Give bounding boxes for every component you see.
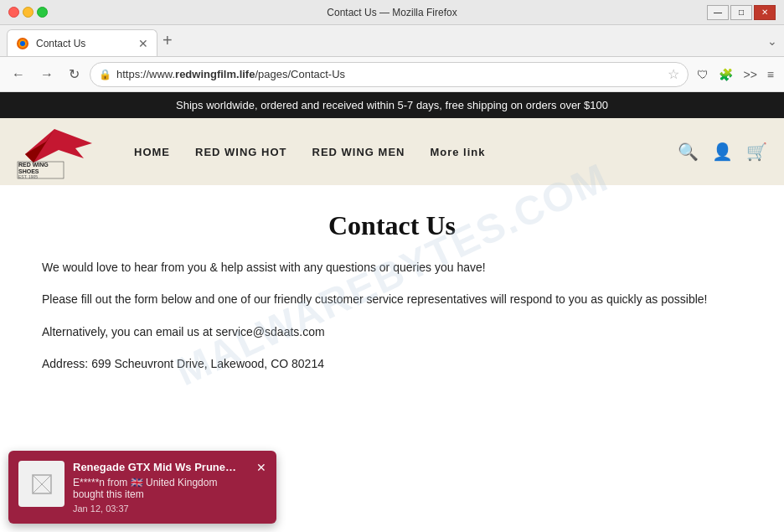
email-line: Alternatively, you can email us at servi…	[42, 323, 742, 341]
tab-label: Contact Us	[36, 38, 132, 49]
svg-point-2	[20, 41, 25, 46]
window-titlebar: Contact Us — Mozilla Firefox — □ ✕	[0, 0, 784, 25]
traffic-light-close[interactable]	[8, 7, 19, 18]
toolbar-icons: 🛡 🧩 >> ≡	[694, 65, 777, 85]
svg-text:RED WING: RED WING	[18, 162, 49, 168]
promo-text: Ships worldwide, ordered and received wi…	[176, 99, 608, 111]
window-controls[interactable]	[8, 7, 48, 18]
traffic-light-maximize[interactable]	[37, 7, 48, 18]
site-nav: HOME RED WING HOT RED WING MEN More link	[134, 146, 678, 158]
address-input-wrap[interactable]: 🔒 https://www.redwingfilm.life/pages/Con…	[90, 62, 689, 87]
forward-button[interactable]: →	[35, 64, 59, 85]
notif-close-button[interactable]: ✕	[256, 461, 266, 474]
cart-button[interactable]: 🛒	[746, 142, 767, 162]
reload-button[interactable]: ↻	[64, 63, 85, 85]
address-bar: ← → ↻ 🔒 https://www.redwingfilm.life/pag…	[0, 57, 784, 92]
bookmark-star-button[interactable]: ☆	[668, 66, 679, 82]
search-button[interactable]: 🔍	[678, 142, 699, 162]
nav-home[interactable]: HOME	[134, 146, 170, 158]
back-button[interactable]: ←	[7, 64, 30, 85]
product-image-icon	[29, 472, 54, 497]
new-tab-button[interactable]: +	[162, 31, 173, 50]
restore-button[interactable]: □	[730, 5, 752, 20]
notif-product-image	[18, 461, 64, 507]
page-title: Contact Us	[42, 210, 742, 241]
notif-title: Renegade GTX Mid Ws Prune…	[73, 461, 248, 473]
lock-icon: 🔒	[99, 69, 111, 80]
nav-icons: 🔍 👤 🛒	[678, 142, 767, 162]
traffic-light-minimize[interactable]	[23, 7, 34, 18]
tab-list-chevron[interactable]: ⌄	[767, 34, 777, 48]
nav-hot[interactable]: RED WING HOT	[195, 146, 287, 158]
notif-content: Renegade GTX Mid Ws Prune… E*****n from …	[73, 461, 248, 514]
close-button[interactable]: ✕	[754, 5, 776, 20]
site-header: RED WING SHOES EST. 1905 HOME RED WING H…	[0, 118, 784, 185]
page-body: We would love to hear from you & help as…	[42, 258, 742, 374]
nav-more[interactable]: More link	[430, 146, 485, 158]
address-line: Address: 699 Scheuvront Drive, Lakewood,…	[42, 354, 742, 373]
minimize-button[interactable]: —	[707, 5, 729, 20]
notif-detail: E*****n from 🇬🇧 United Kingdom bought th…	[73, 477, 248, 500]
browser-tab[interactable]: Contact Us ✕	[7, 29, 157, 56]
form-intro-text: Please fill out the form below and one o…	[42, 290, 742, 308]
hamburger-menu-button[interactable]: ≡	[764, 65, 777, 85]
intro-text: We would love to hear from you & help as…	[42, 258, 742, 276]
tab-bar: Contact Us ✕ + ⌄	[0, 25, 784, 57]
more-tools-button[interactable]: >>	[740, 65, 760, 85]
account-button[interactable]: 👤	[712, 142, 733, 162]
site-logo: RED WING SHOES EST. 1905	[17, 125, 101, 179]
tab-close-button[interactable]: ✕	[138, 37, 148, 50]
win-controls-right[interactable]: — □ ✕	[707, 5, 776, 20]
promo-banner: Ships worldwide, ordered and received wi…	[0, 92, 784, 118]
shield-button[interactable]: 🛡	[694, 65, 712, 85]
svg-text:SHOES: SHOES	[18, 168, 39, 174]
notif-time: Jan 12, 03:37	[73, 504, 248, 514]
address-text: https://www.redwingfilm.life/pages/Conta…	[116, 68, 663, 80]
extensions-button[interactable]: 🧩	[715, 65, 736, 85]
tab-favicon	[16, 37, 29, 50]
nav-men[interactable]: RED WING MEN	[312, 146, 405, 158]
window-title: Contact Us — Mozilla Firefox	[0, 7, 784, 18]
logo-wrap[interactable]: RED WING SHOES EST. 1905	[17, 125, 101, 179]
notification-popup: Renegade GTX Mid Ws Prune… E*****n from …	[8, 451, 276, 524]
